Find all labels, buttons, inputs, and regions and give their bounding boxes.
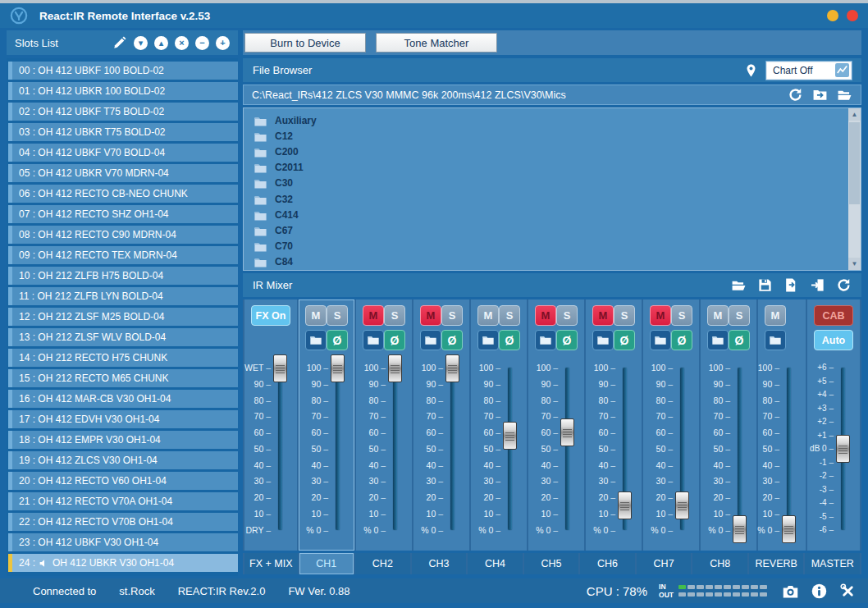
load-ir-button[interactable] (592, 330, 614, 350)
load-ir-button[interactable] (420, 330, 441, 350)
fader-handle[interactable] (560, 418, 574, 446)
slot-item[interactable]: 23 : OH 412 UBKF V30 OH1-04 (8, 533, 238, 551)
import-preset-icon[interactable] (810, 277, 825, 293)
location-pin-icon[interactable] (744, 62, 758, 79)
phase-invert-button[interactable]: Ø (671, 330, 692, 350)
scrollbar-up-icon[interactable]: ▲ (848, 108, 861, 121)
slot-item[interactable]: 12 : OH 212 ZLSF M25 BOLD-04 (8, 308, 238, 326)
solo-button[interactable]: S (327, 305, 348, 326)
scrollbar-thumb[interactable] (849, 122, 860, 204)
channel-label-master[interactable]: MASTER (805, 553, 861, 574)
phase-invert-button[interactable]: Ø (556, 330, 578, 350)
slot-item[interactable]: 19 : OH 412 ZLCS V30 OH1-04 (8, 451, 238, 469)
open-folder-icon[interactable] (731, 277, 747, 293)
fader-handle[interactable] (836, 435, 850, 463)
save-preset-icon[interactable] (757, 277, 773, 293)
fader-handle[interactable] (445, 354, 459, 382)
fader-track[interactable] (278, 368, 282, 530)
mute-button[interactable]: M (765, 305, 786, 326)
slot-item[interactable]: 02 : OH 412 UBKF T75 BOLD-02 (8, 103, 238, 121)
mute-button[interactable]: M (650, 305, 671, 326)
folder-go-icon[interactable] (812, 87, 828, 103)
fx-on-button[interactable]: FX On (251, 305, 290, 326)
phase-invert-button[interactable]: Ø (327, 330, 348, 350)
solo-button[interactable]: S (556, 305, 578, 326)
folder-row[interactable]: C30 (254, 176, 861, 191)
mute-button[interactable]: M (305, 305, 327, 326)
solo-button[interactable]: S (499, 305, 520, 326)
chart-mode-select[interactable]: Chart Off (766, 62, 852, 80)
file-list-scrollbar[interactable]: ▲ ▼ (848, 108, 861, 270)
phase-invert-button[interactable]: Ø (614, 330, 635, 350)
fader-track[interactable] (336, 368, 340, 530)
channel-label-ch1[interactable]: CH1 (299, 553, 356, 574)
slot-item[interactable]: 08 : OH 412 RECTO C90 MDRN-04 (8, 226, 238, 244)
slot-item[interactable]: 04 : OH 412 UBKF V70 BOLD-04 (8, 144, 238, 162)
mute-button[interactable]: M (477, 305, 499, 326)
load-ir-button[interactable] (363, 330, 384, 350)
fader-track[interactable] (738, 368, 742, 530)
slot-item[interactable]: 03 : OH 412 UBKR T75 BOLD-02 (8, 123, 238, 141)
solo-button[interactable]: S (614, 305, 635, 326)
folder-row[interactable]: C2011 (254, 160, 861, 176)
folder-row[interactable]: Auxiliary (254, 112, 861, 128)
mute-button[interactable]: M (535, 305, 556, 326)
fader-track[interactable] (787, 368, 791, 530)
slot-item[interactable]: 07 : OH 412 RECTO SHZ OH1-04 (8, 205, 238, 223)
slot-item[interactable]: 06 : OH 412 RECTO CB-NEO CHUNK (8, 185, 238, 203)
folder-row[interactable]: C84 (254, 254, 861, 270)
load-ir-button[interactable] (650, 330, 671, 350)
slot-item[interactable]: 14 : OH 212 RECTO H75 CHUNK (8, 349, 238, 367)
slot-item[interactable]: 22 : OH 412 RECTO V70B OH1-04 (8, 513, 238, 531)
solo-button[interactable]: S (384, 305, 405, 326)
load-ir-button[interactable] (535, 330, 556, 350)
fader-handle[interactable] (618, 491, 632, 519)
scroll-up-icon[interactable]: ▴ (154, 36, 168, 50)
phase-invert-button[interactable]: Ø (499, 330, 520, 350)
slot-item[interactable]: 18 : OH 412 EMPR V30 OH1-04 (8, 431, 238, 449)
load-ir-button[interactable] (477, 330, 499, 350)
screenshot-camera-icon[interactable] (782, 583, 799, 600)
fader-handle[interactable] (273, 354, 287, 382)
mute-button[interactable]: M (420, 305, 441, 326)
folder-row[interactable]: C67 (254, 222, 861, 238)
channel-label-ch7[interactable]: CH7 (637, 553, 693, 574)
scroll-down-icon[interactable]: ▾ (134, 36, 148, 50)
channel-label-ch2[interactable]: CH2 (355, 553, 412, 574)
phase-invert-button[interactable]: Ø (384, 330, 405, 350)
channel-label-ch3[interactable]: CH3 (412, 553, 468, 574)
phase-invert-button[interactable]: Ø (441, 330, 463, 350)
delete-slot-icon[interactable]: × (175, 36, 189, 50)
folder-row[interactable]: C200 (254, 144, 861, 159)
channel-label-ch5[interactable]: CH5 (524, 553, 581, 574)
solo-button[interactable]: S (441, 305, 463, 326)
fader-handle[interactable] (733, 515, 747, 543)
refresh-path-icon[interactable] (788, 87, 803, 103)
slot-item[interactable]: 13 : OH 212 ZLSF WLV BOLD-04 (8, 328, 238, 346)
channel-label-fxmix[interactable]: FX + MIX (243, 553, 299, 574)
cab-button[interactable]: CAB (814, 305, 853, 326)
close-button[interactable] (847, 10, 858, 21)
folder-row[interactable]: C32 (254, 191, 861, 207)
fader-handle[interactable] (675, 491, 689, 519)
minimize-button[interactable] (827, 10, 838, 21)
slot-item[interactable]: 16 : OH 412 MAR-CB V30 OH1-04 (8, 390, 238, 408)
load-ir-button[interactable] (305, 330, 327, 350)
folder-row[interactable]: C12 (254, 128, 861, 144)
load-ir-button[interactable] (765, 330, 786, 350)
slot-item[interactable]: 15 : OH 212 RECTO M65 CHUNK (8, 369, 238, 387)
add-slot-icon[interactable]: + (216, 36, 230, 50)
folder-row[interactable]: C70 (254, 239, 861, 254)
fader-handle[interactable] (388, 354, 402, 382)
mute-button[interactable]: M (707, 305, 729, 326)
solo-button[interactable]: S (729, 305, 750, 326)
solo-button[interactable]: S (671, 305, 692, 326)
tone-matcher-button[interactable]: Tone Matcher (376, 33, 497, 53)
export-preset-icon[interactable] (783, 277, 799, 293)
slot-item[interactable]: 01 : OH 412 UBKR 100 BOLD-02 (8, 82, 238, 100)
folder-open-icon[interactable] (837, 87, 852, 103)
slot-item[interactable]: 11 : OH 212 ZLFB LYN BOLD-04 (8, 287, 238, 305)
slot-item[interactable]: 24 : OH 412 UBKR V30 OH1-04 (8, 554, 238, 572)
refresh-mixer-icon[interactable] (836, 277, 852, 293)
fader-track[interactable] (393, 368, 397, 530)
